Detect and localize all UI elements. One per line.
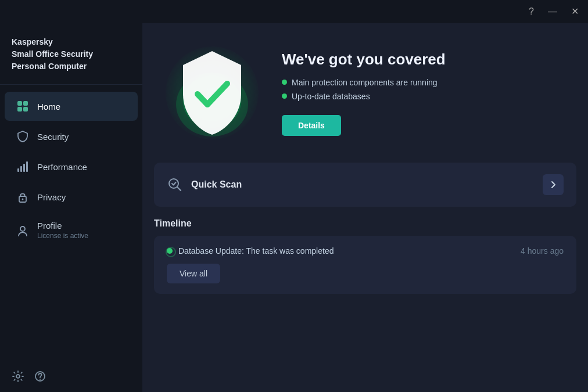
details-button[interactable]: Details [282,115,341,136]
view-all-button[interactable]: View all [167,264,220,283]
sidebar: Kaspersky Small Office Security Personal… [0,23,142,392]
sidebar-item-performance-label: Performance [37,162,87,172]
svg-rect-4 [17,168,19,172]
quick-scan-card[interactable]: Quick Scan [154,163,576,207]
svg-rect-2 [17,107,22,112]
support-button[interactable] [34,370,46,383]
sidebar-footer [0,361,142,392]
sidebar-nav: Home Security [0,85,142,361]
profile-icon [16,224,29,237]
title-bar: ? — ✕ [0,0,588,23]
quick-scan-icon [167,177,183,193]
timeline-title: Timeline [154,218,576,229]
timeline-event-text: Database Update: The task was completed [178,246,515,256]
svg-rect-0 [17,101,22,106]
hero-text: We've got you covered Main protection co… [282,51,565,136]
status-dot-1 [282,80,287,85]
svg-rect-6 [23,164,25,172]
cards-area: Quick Scan [142,163,588,218]
svg-point-13 [40,379,41,380]
svg-rect-3 [23,107,28,112]
status-dot-2 [282,93,287,99]
sidebar-item-profile[interactable]: Profile License is active [5,213,138,248]
timeline-card: Database Update: The task was completed … [154,236,576,294]
svg-point-10 [20,226,25,231]
sidebar-item-privacy[interactable]: Privacy [5,182,138,211]
settings-button[interactable] [12,370,24,383]
main-content: We've got you covered Main protection co… [142,23,588,392]
hero-shield-icon [171,46,253,139]
sidebar-header: Kaspersky Small Office Security Personal… [0,23,142,85]
svg-rect-1 [23,101,28,106]
hero-status-2: Up-to-date databases [282,92,565,101]
sidebar-item-security-label: Security [37,132,69,142]
hero-status-1: Main protection components are running [282,78,565,87]
shield-icon [16,130,29,143]
app-name: Kaspersky Small Office Security Personal… [12,36,131,73]
timeline-event-dot [167,248,173,254]
lock-icon [16,190,29,203]
timeline-event-time: 4 hours ago [521,246,564,256]
close-button[interactable]: ✕ [569,6,581,17]
app-body: Kaspersky Small Office Security Personal… [0,23,588,392]
svg-rect-7 [26,161,28,172]
sidebar-item-profile-label: Profile License is active [37,221,88,240]
hero-title: We've got you covered [282,51,565,69]
shield-container [160,41,264,145]
sidebar-item-home-label: Home [37,102,60,112]
timeline-event: Database Update: The task was completed … [167,246,564,256]
hero-section: We've got you covered Main protection co… [142,23,588,163]
timeline-section: Timeline Database Update: The task was c… [142,218,588,305]
performance-icon [16,160,29,173]
home-icon [16,100,29,113]
sidebar-item-home[interactable]: Home [5,92,138,121]
help-button[interactable]: ? [526,6,536,17]
quick-scan-arrow-button[interactable] [543,174,564,195]
svg-point-9 [22,199,24,200]
svg-rect-5 [20,166,22,172]
sidebar-item-privacy-label: Privacy [37,192,66,202]
sidebar-item-performance[interactable]: Performance [5,152,138,181]
sidebar-item-security[interactable]: Security [5,122,138,151]
minimize-button[interactable]: — [546,6,560,17]
svg-point-11 [16,375,20,378]
quick-scan-label: Quick Scan [191,179,242,190]
quick-scan-left: Quick Scan [167,177,242,193]
title-bar-controls: ? — ✕ [526,6,581,17]
